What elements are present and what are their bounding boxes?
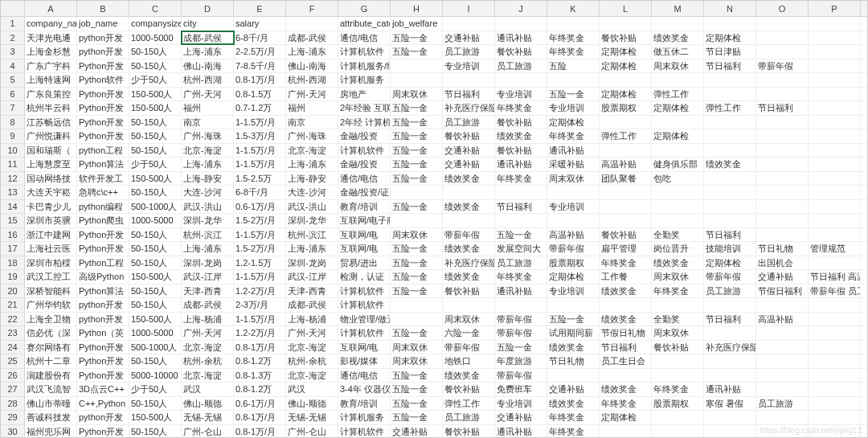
cell[interactable]	[704, 214, 756, 227]
cell[interactable]: 计算机软件	[338, 144, 391, 158]
row-header-13[interactable]: 13	[1, 186, 24, 200]
cell[interactable]: 专业培训	[443, 59, 495, 73]
cell[interactable]: 计算机服务（系统、数据服务、维修）	[338, 73, 391, 87]
cell[interactable]: 五险一金	[495, 341, 547, 354]
cell[interactable]: 年终奖金	[547, 129, 600, 143]
cell[interactable]: 计算机服务/绩效奖金	[338, 59, 391, 73]
cell[interactable]: 50-150人	[129, 256, 182, 270]
cell[interactable]: 佛山-顺德	[286, 397, 338, 411]
cell[interactable]: 150-500人	[129, 313, 182, 326]
col-header-M[interactable]: M	[652, 1, 704, 16]
cell[interactable]: 绩效奖金	[443, 172, 495, 186]
cell[interactable]	[809, 200, 861, 214]
row-header-26[interactable]: 26	[1, 369, 24, 383]
cell[interactable]: 带薪年假	[495, 326, 547, 340]
cell[interactable]: python编程	[77, 200, 129, 214]
cell[interactable]: 餐饮补贴	[495, 45, 547, 59]
cell[interactable]: 杭州-滨江	[182, 228, 234, 242]
cell[interactable]: Python爬虫	[77, 214, 129, 227]
cell[interactable]: 定期体检	[600, 88, 652, 101]
cell[interactable]: 高温补贴	[547, 228, 600, 242]
cell[interactable]: 全勤奖	[652, 228, 704, 242]
cell[interactable]: 少于50人	[129, 73, 182, 87]
cell[interactable]: 深圳-龙华	[182, 214, 234, 227]
cell[interactable]	[756, 383, 809, 396]
cell[interactable]: Python开发	[77, 116, 129, 129]
cell[interactable]: 股票期权	[600, 101, 652, 115]
col-header-P[interactable]: P	[809, 1, 861, 16]
col-header-E[interactable]: E	[234, 1, 286, 16]
cell[interactable]	[391, 73, 443, 87]
cell[interactable]: 武汉	[182, 383, 234, 396]
cell[interactable]: 2-2.5万/月	[234, 45, 286, 59]
cell[interactable]	[704, 425, 756, 438]
cell[interactable]: Python开发	[77, 59, 129, 73]
cell[interactable]	[756, 411, 809, 424]
cell[interactable]: 弹性工作	[600, 129, 652, 143]
cell[interactable]: 年度旅游	[495, 354, 547, 368]
row-header-24[interactable]: 24	[1, 341, 24, 355]
row-header-2[interactable]: 2	[1, 31, 24, 46]
cell[interactable]	[809, 397, 861, 411]
cell[interactable]	[495, 298, 547, 312]
cell[interactable]	[391, 298, 443, 312]
cell[interactable]: 上海-杨浦	[286, 313, 338, 326]
cell[interactable]: 7-8.5千/月	[234, 59, 286, 73]
cell[interactable]: 影视/媒体	[338, 354, 391, 368]
cell[interactable]: 上海-浦东	[286, 45, 338, 59]
cell[interactable]	[547, 298, 600, 312]
cell[interactable]: 做五休二	[652, 45, 704, 59]
row-header-6[interactable]: 6	[1, 88, 24, 102]
cell[interactable]: 餐饮补贴	[443, 129, 495, 143]
cell[interactable]: python开发	[77, 45, 129, 59]
cell[interactable]: 武汉-江岸	[286, 270, 338, 284]
cell[interactable]	[809, 186, 861, 199]
cell[interactable]: 浙江中建网	[25, 228, 77, 242]
cell[interactable]: 餐饮补贴	[443, 425, 495, 438]
cell[interactable]	[809, 298, 861, 312]
cell[interactable]: 五险一金	[391, 397, 443, 411]
cell[interactable]: Python软件	[77, 73, 129, 87]
cell[interactable]: 定期体检	[600, 411, 652, 424]
cell[interactable]: 绩效奖金	[600, 284, 652, 298]
cell[interactable]	[600, 214, 652, 227]
cell[interactable]: attribute_category	[338, 17, 391, 31]
cell[interactable]: 互联网/电	[338, 242, 391, 256]
cell[interactable]: 交通补贴	[443, 31, 495, 45]
cell[interactable]: 北京-海淀	[286, 341, 338, 354]
cell[interactable]	[443, 214, 495, 227]
cell[interactable]	[809, 172, 861, 186]
cell[interactable]: 上海-浦东	[182, 242, 234, 256]
cell[interactable]: 6-8千/月	[234, 31, 286, 45]
cell[interactable]	[600, 369, 652, 383]
cell[interactable]: 绩效奖金	[652, 256, 704, 270]
cell[interactable]: 员工旅游	[443, 45, 495, 59]
cell[interactable]	[756, 17, 809, 31]
cell[interactable]: 50-150人	[129, 284, 182, 298]
row-header-18[interactable]: 18	[1, 256, 24, 271]
cell[interactable]: 0.8-1.2万	[234, 354, 286, 368]
cell[interactable]: 50-150人	[129, 186, 182, 199]
cell[interactable]: 五险一金	[391, 200, 443, 214]
col-header-K[interactable]: K	[547, 1, 600, 16]
cell[interactable]	[756, 326, 809, 340]
cell[interactable]	[809, 326, 861, 340]
cell[interactable]: 采暖补贴	[547, 158, 600, 171]
cell[interactable]: 定期体检	[652, 129, 704, 143]
cell[interactable]: 通信/电信	[338, 369, 391, 383]
cell[interactable]: 150-500人	[129, 88, 182, 101]
cell[interactable]: 成都-武侯	[286, 31, 338, 45]
cell[interactable]: 五险一金	[391, 242, 443, 256]
cell[interactable]: 定期体检	[600, 59, 652, 73]
cell[interactable]: 0.8-1万/月	[234, 425, 286, 438]
cell[interactable]	[704, 144, 756, 158]
cell[interactable]	[652, 369, 704, 383]
cell[interactable]	[809, 88, 861, 101]
cell[interactable]: Python开发	[77, 369, 129, 383]
cell[interactable]: 50-150人	[129, 45, 182, 59]
row-header-28[interactable]: 28	[1, 397, 24, 411]
row-header-8[interactable]: 8	[1, 116, 24, 130]
cell[interactable]: 武汉	[286, 383, 338, 396]
cell[interactable]: 出国机会	[756, 256, 809, 270]
cell[interactable]: 五险一金	[391, 411, 443, 424]
